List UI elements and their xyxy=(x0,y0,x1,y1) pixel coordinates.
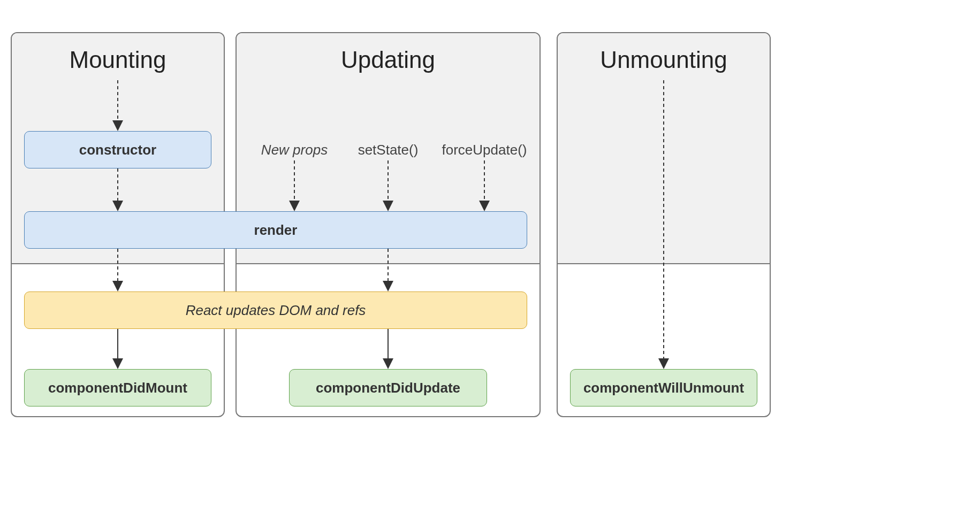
lifecycle-diagram: Mounting Updating Unmounting constructor… xyxy=(0,0,980,514)
box-constructor-label: constructor xyxy=(79,142,156,158)
arrow-forceupdate-render xyxy=(479,160,490,211)
box-did-update-label: componentDidUpdate xyxy=(316,380,460,396)
trigger-set-state: setState() xyxy=(356,142,420,158)
trigger-force-update: forceUpdate() xyxy=(442,142,527,158)
arrow-render-domupdate-updating xyxy=(383,249,393,291)
box-dom-update: React updates DOM and refs xyxy=(24,291,527,329)
arrow-render-domupdate-mount xyxy=(112,249,123,291)
column-title-mounting: Mounting xyxy=(12,47,224,73)
box-dom-update-label: React updates DOM and refs xyxy=(186,302,366,319)
arrow-newprops-render xyxy=(289,160,300,211)
trigger-new-props: New props xyxy=(257,142,332,158)
box-render-label: render xyxy=(254,222,298,239)
box-component-did-mount[interactable]: componentDidMount xyxy=(24,369,211,406)
box-constructor[interactable]: constructor xyxy=(24,131,211,168)
arrow-mount-title-constructor xyxy=(112,80,123,131)
arrow-constructor-render xyxy=(112,168,123,211)
arrow-unmount-long xyxy=(658,80,669,369)
box-component-did-update[interactable]: componentDidUpdate xyxy=(289,369,487,406)
box-render[interactable]: render xyxy=(24,211,527,249)
box-will-unmount-label: componentWillUnmount xyxy=(583,380,744,396)
arrow-domupdate-didmount xyxy=(112,329,123,369)
column-title-updating: Updating xyxy=(237,47,540,73)
column-title-unmounting: Unmounting xyxy=(558,47,770,73)
box-did-mount-label: componentDidMount xyxy=(48,380,187,396)
arrow-domupdate-didupdate xyxy=(383,329,393,369)
arrow-setstate-render xyxy=(383,160,393,211)
box-component-will-unmount[interactable]: componentWillUnmount xyxy=(570,369,757,406)
